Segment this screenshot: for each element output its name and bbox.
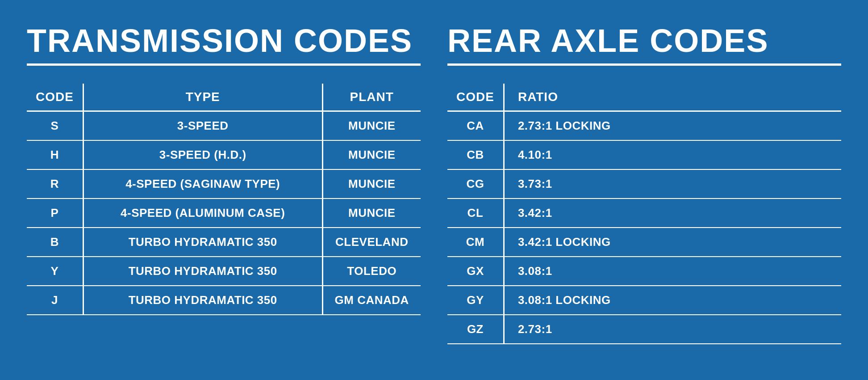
transmission-title: TRANSMISSION CODES <box>27 22 421 66</box>
transmission-cell-code: P <box>27 198 83 228</box>
transmission-row: H3-SPEED (H.D.)MUNCIE <box>27 140 421 169</box>
rear-axle-table: CODE RATIO CA2.73:1 LOCKINGCB4.10:1CG3.7… <box>447 84 841 344</box>
rear-axle-section: REAR AXLE CODES CODE RATIO CA2.73:1 LOCK… <box>447 22 841 344</box>
axle-cell-code: GY <box>447 286 504 315</box>
page-container: TRANSMISSION CODES CODE TYPE PLANT S3-SP… <box>0 0 868 380</box>
axle-cell-ratio: 3.08:1 LOCKING <box>504 286 841 315</box>
rear-axle-header-row: CODE RATIO <box>447 84 841 111</box>
transmission-row: R4-SPEED (SAGINAW TYPE)MUNCIE <box>27 169 421 198</box>
transmission-cell-code: J <box>27 286 83 315</box>
axle-cell-ratio: 2.73:1 <box>504 315 841 344</box>
transmission-row: YTURBO HYDRAMATIC 350TOLEDO <box>27 257 421 286</box>
axle-cell-code: GX <box>447 257 504 286</box>
axle-row: GY3.08:1 LOCKING <box>447 286 841 315</box>
axle-row: CG3.73:1 <box>447 169 841 198</box>
transmission-cell-plant: MUNCIE <box>322 198 421 228</box>
axle-cell-ratio: 3.42:1 <box>504 198 841 228</box>
axle-row: CA2.73:1 LOCKING <box>447 111 841 141</box>
transmission-header-plant: PLANT <box>322 84 421 111</box>
transmission-cell-type: 4-SPEED (SAGINAW TYPE) <box>83 169 322 198</box>
axle-cell-code: CG <box>447 169 504 198</box>
transmission-cell-type: 3-SPEED <box>83 111 322 141</box>
axle-cell-ratio: 3.08:1 <box>504 257 841 286</box>
transmission-cell-code: Y <box>27 257 83 286</box>
transmission-header-code: CODE <box>27 84 83 111</box>
transmission-table: CODE TYPE PLANT S3-SPEEDMUNCIEH3-SPEED (… <box>27 84 421 315</box>
axle-cell-code: CM <box>447 228 504 257</box>
transmission-row: BTURBO HYDRAMATIC 350CLEVELAND <box>27 228 421 257</box>
axle-row: CL3.42:1 <box>447 198 841 228</box>
transmission-section: TRANSMISSION CODES CODE TYPE PLANT S3-SP… <box>27 22 421 315</box>
transmission-cell-code: B <box>27 228 83 257</box>
axle-row: GX3.08:1 <box>447 257 841 286</box>
axle-row: GZ2.73:1 <box>447 315 841 344</box>
transmission-cell-plant: MUNCIE <box>322 111 421 141</box>
axle-cell-code: CA <box>447 111 504 141</box>
transmission-header-type: TYPE <box>83 84 322 111</box>
rear-axle-header-ratio: RATIO <box>504 84 841 111</box>
transmission-cell-plant: MUNCIE <box>322 140 421 169</box>
transmission-cell-type: TURBO HYDRAMATIC 350 <box>83 286 322 315</box>
transmission-cell-code: R <box>27 169 83 198</box>
axle-cell-code: CB <box>447 140 504 169</box>
axle-cell-code: GZ <box>447 315 504 344</box>
transmission-header-row: CODE TYPE PLANT <box>27 84 421 111</box>
axle-row: CM3.42:1 LOCKING <box>447 228 841 257</box>
transmission-row: JTURBO HYDRAMATIC 350GM CANADA <box>27 286 421 315</box>
transmission-cell-code: S <box>27 111 83 141</box>
rear-axle-header-code: CODE <box>447 84 504 111</box>
axle-cell-ratio: 4.10:1 <box>504 140 841 169</box>
transmission-cell-type: TURBO HYDRAMATIC 350 <box>83 228 322 257</box>
transmission-cell-plant: GM CANADA <box>322 286 421 315</box>
rear-axle-title: REAR AXLE CODES <box>447 22 841 66</box>
axle-cell-ratio: 3.73:1 <box>504 169 841 198</box>
axle-cell-code: CL <box>447 198 504 228</box>
transmission-cell-code: H <box>27 140 83 169</box>
transmission-cell-plant: TOLEDO <box>322 257 421 286</box>
transmission-cell-type: 3-SPEED (H.D.) <box>83 140 322 169</box>
transmission-cell-plant: MUNCIE <box>322 169 421 198</box>
transmission-cell-plant: CLEVELAND <box>322 228 421 257</box>
transmission-cell-type: 4-SPEED (ALUMINUM CASE) <box>83 198 322 228</box>
transmission-row: S3-SPEEDMUNCIE <box>27 111 421 141</box>
axle-cell-ratio: 3.42:1 LOCKING <box>504 228 841 257</box>
transmission-row: P4-SPEED (ALUMINUM CASE)MUNCIE <box>27 198 421 228</box>
axle-cell-ratio: 2.73:1 LOCKING <box>504 111 841 141</box>
transmission-cell-type: TURBO HYDRAMATIC 350 <box>83 257 322 286</box>
axle-row: CB4.10:1 <box>447 140 841 169</box>
